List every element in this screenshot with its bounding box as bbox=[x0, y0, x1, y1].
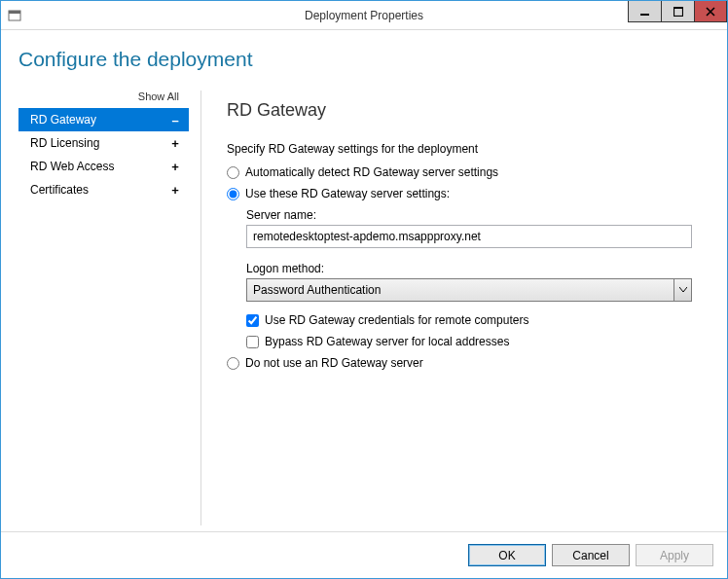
server-name-label: Server name: bbox=[246, 208, 692, 222]
cancel-button[interactable]: Cancel bbox=[552, 544, 630, 566]
sidebar-item-certificates[interactable]: Certificates + bbox=[18, 178, 189, 201]
collapse-icon: – bbox=[169, 113, 181, 127]
window-title: Deployment Properties bbox=[305, 9, 423, 22]
expand-icon: + bbox=[169, 160, 181, 174]
main-pane: RD Gateway Specify RD Gateway settings f… bbox=[201, 85, 710, 531]
svg-rect-1 bbox=[9, 11, 20, 14]
check-bypass-input[interactable] bbox=[246, 336, 259, 348]
radio-use-settings-input[interactable] bbox=[227, 188, 239, 200]
logon-method-label: Logon method: bbox=[246, 262, 692, 275]
pane-description: Specify RD Gateway settings for the depl… bbox=[227, 142, 692, 156]
close-icon bbox=[706, 7, 715, 17]
svg-rect-4 bbox=[673, 7, 683, 9]
apply-button[interactable]: Apply bbox=[636, 544, 713, 566]
logon-method-value: Password Authentication bbox=[253, 283, 381, 297]
expand-icon: + bbox=[169, 136, 181, 151]
check-bypass-label: Bypass RD Gateway server for local addre… bbox=[265, 335, 509, 348]
sidebar-item-label: Certificates bbox=[30, 183, 89, 197]
sidebar-item-rd-gateway[interactable]: RD Gateway – bbox=[18, 108, 189, 131]
radio-no-gateway-input[interactable] bbox=[227, 357, 239, 370]
sidebar-item-label: RD Web Access bbox=[30, 160, 114, 173]
ok-button[interactable]: OK bbox=[468, 544, 546, 566]
server-name-input[interactable] bbox=[246, 225, 692, 248]
chevron-down-icon bbox=[673, 279, 691, 301]
logon-method-select[interactable]: Password Authentication bbox=[246, 278, 692, 302]
page-title: Configure the deployment bbox=[18, 48, 710, 71]
expand-icon: + bbox=[169, 183, 181, 198]
radio-auto-detect-input[interactable] bbox=[227, 166, 239, 179]
columns: Show All RD Gateway – RD Licensing + RD … bbox=[18, 85, 710, 531]
svg-rect-2 bbox=[640, 14, 649, 16]
maximize-button[interactable] bbox=[661, 1, 694, 22]
minimize-button[interactable] bbox=[628, 1, 661, 22]
radio-use-settings-label: Use these RD Gateway server settings: bbox=[245, 187, 450, 200]
check-use-creds-label: Use RD Gateway credentials for remote co… bbox=[265, 313, 528, 327]
close-button[interactable] bbox=[694, 1, 727, 22]
footer: OK Cancel Apply bbox=[1, 531, 727, 578]
minimize-icon bbox=[640, 7, 650, 17]
sidebar-item-rd-web-access[interactable]: RD Web Access + bbox=[18, 155, 189, 178]
radio-no-gateway[interactable]: Do not use an RD Gateway server bbox=[227, 356, 692, 370]
maximize-icon bbox=[673, 7, 683, 17]
titlebar: Deployment Properties bbox=[1, 1, 727, 30]
window-controls bbox=[628, 1, 727, 22]
radio-auto-detect-label: Automatically detect RD Gateway server s… bbox=[245, 165, 498, 179]
deployment-properties-window: Deployment Properties Configure the depl… bbox=[0, 0, 728, 579]
check-use-creds-input[interactable] bbox=[246, 314, 259, 327]
show-all-link[interactable]: Show All bbox=[18, 85, 189, 108]
radio-auto-detect[interactable]: Automatically detect RD Gateway server s… bbox=[227, 165, 692, 179]
radio-no-gateway-label: Do not use an RD Gateway server bbox=[245, 356, 423, 370]
window-icon bbox=[7, 8, 22, 23]
pane-title: RD Gateway bbox=[227, 100, 692, 121]
sidebar: Show All RD Gateway – RD Licensing + RD … bbox=[18, 85, 189, 531]
content: Configure the deployment Show All RD Gat… bbox=[1, 30, 727, 531]
radio-use-settings[interactable]: Use these RD Gateway server settings: bbox=[227, 187, 692, 200]
sidebar-item-label: RD Licensing bbox=[30, 136, 99, 150]
sidebar-item-label: RD Gateway bbox=[30, 113, 96, 127]
sidebar-item-rd-licensing[interactable]: RD Licensing + bbox=[18, 131, 189, 155]
check-use-creds[interactable]: Use RD Gateway credentials for remote co… bbox=[246, 313, 692, 327]
check-bypass[interactable]: Bypass RD Gateway server for local addre… bbox=[246, 335, 692, 348]
use-settings-group: Server name: Logon method: Password Auth… bbox=[227, 208, 692, 348]
